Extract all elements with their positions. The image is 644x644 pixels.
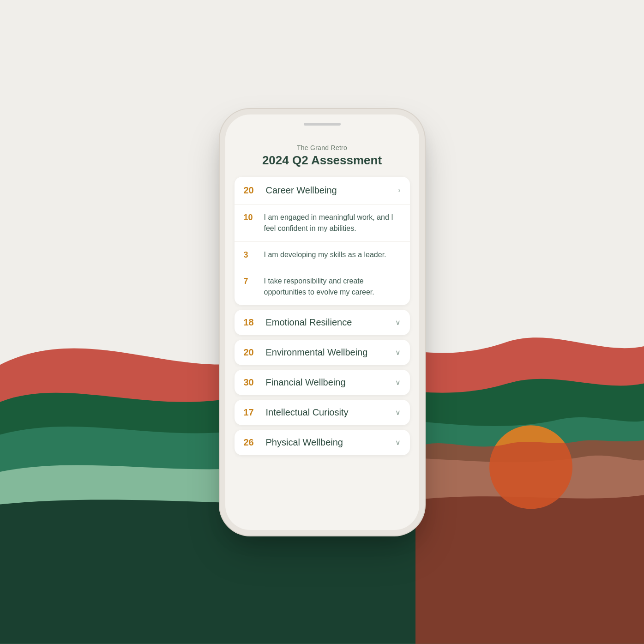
career-item-2: 3 I am developing my skills as a leader. <box>235 242 410 268</box>
environmental-wellbeing-header[interactable]: 20 Environmental Wellbeing ∨ <box>235 340 410 365</box>
card-career-wellbeing[interactable]: 20 Career Wellbeing › 10 I am engaged in… <box>235 177 410 305</box>
phone-content: The Grand Retro 2024 Q2 Assessment 20 Ca… <box>225 126 419 474</box>
environmental-wellbeing-label: Environmental Wellbeing <box>266 347 368 358</box>
item-text-2: I am developing my skills as a leader. <box>264 249 401 260</box>
emotional-resilience-header[interactable]: 18 Emotional Resilience ∨ <box>235 310 410 335</box>
financial-wellbeing-header[interactable]: 30 Financial Wellbeing ∨ <box>235 370 410 395</box>
career-wellbeing-chevron: › <box>398 186 400 194</box>
career-item-1: 10 I am engaged in meaningful work, and … <box>235 205 410 242</box>
card-list: 20 Career Wellbeing › 10 I am engaged in… <box>225 177 419 455</box>
career-wellbeing-label: Career Wellbeing <box>266 185 337 196</box>
emotional-resilience-number: 18 <box>244 317 257 328</box>
card-emotional-resilience[interactable]: 18 Emotional Resilience ∨ <box>235 310 410 335</box>
item-text-3: I take responsibility and create opportu… <box>264 276 401 298</box>
item-number-3: 7 <box>244 276 255 286</box>
item-number-1: 10 <box>244 212 255 223</box>
phone-header: The Grand Retro 2024 Q2 Assessment <box>225 139 419 177</box>
intellectual-curiosity-chevron: ∨ <box>395 408 401 417</box>
phone: The Grand Retro 2024 Q2 Assessment 20 Ca… <box>225 114 419 530</box>
emotional-resilience-left: 18 Emotional Resilience <box>244 317 352 328</box>
career-wellbeing-header[interactable]: 20 Career Wellbeing › <box>235 177 410 205</box>
career-wellbeing-number: 20 <box>244 185 257 196</box>
intellectual-curiosity-header[interactable]: 17 Intellectual Curiosity ∨ <box>235 400 410 425</box>
financial-wellbeing-left: 30 Financial Wellbeing <box>244 377 346 388</box>
app-subtitle: The Grand Retro <box>236 144 408 151</box>
emotional-resilience-chevron: ∨ <box>395 318 401 327</box>
physical-wellbeing-number: 26 <box>244 437 257 448</box>
phone-wrapper: The Grand Retro 2024 Q2 Assessment 20 Ca… <box>225 114 419 530</box>
physical-wellbeing-chevron: ∨ <box>395 438 401 447</box>
environmental-wellbeing-left: 20 Environmental Wellbeing <box>244 347 368 358</box>
intellectual-curiosity-left: 17 Intellectual Curiosity <box>244 407 349 418</box>
app-title: 2024 Q2 Assessment <box>236 153 408 168</box>
item-text-1: I am engaged in meaningful work, and I f… <box>264 212 401 234</box>
financial-wellbeing-number: 30 <box>244 377 257 388</box>
physical-wellbeing-left: 26 Physical Wellbeing <box>244 437 343 448</box>
item-number-2: 3 <box>244 249 255 260</box>
card-intellectual-curiosity[interactable]: 17 Intellectual Curiosity ∨ <box>235 400 410 425</box>
intellectual-curiosity-number: 17 <box>244 407 257 418</box>
financial-wellbeing-label: Financial Wellbeing <box>266 377 346 388</box>
card-environmental-wellbeing[interactable]: 20 Environmental Wellbeing ∨ <box>235 340 410 365</box>
environmental-wellbeing-number: 20 <box>244 347 257 358</box>
career-wellbeing-items: 10 I am engaged in meaningful work, and … <box>235 205 410 305</box>
career-wellbeing-left: 20 Career Wellbeing <box>244 185 337 196</box>
emotional-resilience-label: Emotional Resilience <box>266 317 352 328</box>
physical-wellbeing-header[interactable]: 26 Physical Wellbeing ∨ <box>235 430 410 455</box>
career-item-3: 7 I take responsibility and create oppor… <box>235 268 410 305</box>
card-financial-wellbeing[interactable]: 30 Financial Wellbeing ∨ <box>235 370 410 395</box>
financial-wellbeing-chevron: ∨ <box>395 378 401 387</box>
intellectual-curiosity-label: Intellectual Curiosity <box>266 407 349 418</box>
physical-wellbeing-label: Physical Wellbeing <box>266 437 343 448</box>
environmental-wellbeing-chevron: ∨ <box>395 348 401 357</box>
card-physical-wellbeing[interactable]: 26 Physical Wellbeing ∨ <box>235 430 410 455</box>
